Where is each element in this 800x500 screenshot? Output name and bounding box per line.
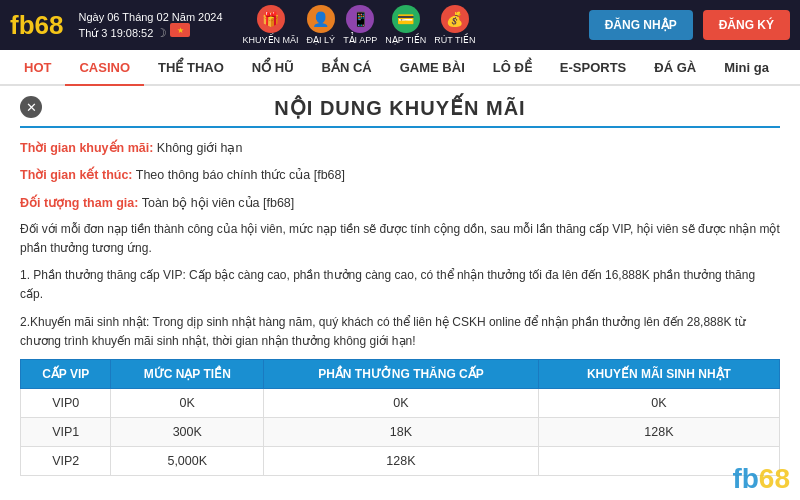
nav-item-ban-ca[interactable]: BẮN CÁ — [308, 50, 386, 86]
nav-item-da-ga[interactable]: ĐÁ GÀ — [640, 50, 710, 86]
label-end-time: Thời gian kết thúc: — [20, 168, 133, 182]
description1: Đối với mỗi đơn nạp tiền thành công của … — [20, 220, 780, 258]
header-icons: 🎁 KHUYẾN MÃI 👤 ĐẠI LÝ 📱 TẢI APP 💳 NẠP TI… — [243, 5, 476, 45]
table-cell: 128K — [264, 446, 539, 475]
table-cell: VIP1 — [21, 417, 111, 446]
date-line2: Thứ 3 19:08:52 ☽ — [78, 23, 222, 40]
navbar: HOT CASINO THỂ THAO NỔ HŨ BẮN CÁ GAME BÀ… — [0, 50, 800, 86]
table-cell: 300K — [111, 417, 264, 446]
nap-icon: 💳 — [392, 5, 420, 33]
logo: fb68 — [10, 10, 63, 41]
dai-ly-icon: 👤 — [307, 5, 335, 33]
header-date: Ngày 06 Tháng 02 Năm 2024 Thứ 3 19:08:52… — [78, 11, 222, 40]
nav-item-lo-de[interactable]: LÔ ĐỀ — [479, 50, 546, 86]
value-promo-time: Không giới hạn — [157, 141, 243, 155]
close-button[interactable]: ✕ — [20, 96, 42, 118]
watermark-fb: fb — [732, 463, 758, 494]
description3: 2.Khuyến mãi sinh nhật: Trong dịp sinh n… — [20, 313, 780, 351]
info-promo-time: Thời gian khuyến mãi: Không giới hạn — [20, 138, 780, 159]
table-cell: VIP0 — [21, 388, 111, 417]
section-title: NỘI DUNG KHUYẾN MÃI — [20, 96, 780, 128]
table-cell: 0K — [111, 388, 264, 417]
gift-icon: 🎁 — [257, 5, 285, 33]
table-cell: 0K — [264, 388, 539, 417]
value-target: Toàn bộ hội viên của [fb68] — [142, 196, 295, 210]
nap-tien-label: NẠP TIỀN — [385, 35, 426, 45]
logo-num: 68 — [35, 10, 64, 40]
nav-item-mini-ga[interactable]: Mini ga — [710, 50, 783, 86]
table-cell: VIP2 — [21, 446, 111, 475]
col-phan-thuong: PHẦN THƯỞNG THĂNG CẤP — [264, 359, 539, 388]
rut-tien-label: RÚT TIỀN — [434, 35, 475, 45]
col-khuyen-mai-sinh-nhat: KHUYẾN MÃI SINH NHẬT — [538, 359, 779, 388]
label-target: Đối tượng tham gia: — [20, 196, 138, 210]
date-line1: Ngày 06 Tháng 02 Năm 2024 — [78, 11, 222, 23]
table-row: VIP00K0K0K — [21, 388, 780, 417]
info-end-time: Thời gian kết thúc: Theo thông báo chính… — [20, 165, 780, 186]
rut-icon: 💰 — [441, 5, 469, 33]
table-cell: 128K — [538, 417, 779, 446]
description2: 1. Phần thưởng thăng cấp VIP: Cấp bậc cà… — [20, 266, 780, 304]
tai-app-label: TẢI APP — [343, 35, 377, 45]
col-muc-nap: MỨC NẠP TIỀN — [111, 359, 264, 388]
nap-tien-icon-btn[interactable]: 💳 NẠP TIỀN — [385, 5, 426, 45]
register-button[interactable]: ĐĂNG KÝ — [703, 10, 790, 40]
watermark-logo: fb68 — [732, 463, 790, 495]
table-row: VIP1300K18K128K — [21, 417, 780, 446]
table-cell: 0K — [538, 388, 779, 417]
table-cell: 18K — [264, 417, 539, 446]
logo-fb: fb — [10, 10, 35, 40]
info-target: Đối tượng tham gia: Toàn bộ hội viên của… — [20, 193, 780, 214]
flag-icon — [170, 27, 190, 39]
table-header-row: CẤP VIP MỨC NẠP TIỀN PHẦN THƯỞNG THĂNG C… — [21, 359, 780, 388]
nav-item-game-bai[interactable]: GAME BÀI — [386, 50, 479, 86]
tai-app-icon-btn[interactable]: 📱 TẢI APP — [343, 5, 377, 45]
promo-table: CẤP VIP MỨC NẠP TIỀN PHẦN THƯỞNG THĂNG C… — [20, 359, 780, 476]
app-icon: 📱 — [346, 5, 374, 33]
col-cap-vip: CẤP VIP — [21, 359, 111, 388]
nav-item-e-sports[interactable]: E-SPORTS — [546, 50, 640, 86]
nav-item-hot[interactable]: HOT — [10, 50, 65, 86]
table-row: VIP25,000K128K — [21, 446, 780, 475]
nav-item-the-thao[interactable]: THỂ THAO — [144, 50, 238, 86]
login-button[interactable]: ĐĂNG NHẬP — [589, 10, 693, 40]
dai-ly-label: ĐẠI LÝ — [307, 35, 336, 45]
table-cell: 5,000K — [111, 446, 264, 475]
rut-tien-icon-btn[interactable]: 💰 RÚT TIỀN — [434, 5, 475, 45]
watermark-num: 68 — [759, 463, 790, 494]
khuyen-mai-label: KHUYẾN MÃI — [243, 35, 299, 45]
nav-item-no-hu[interactable]: NỔ HŨ — [238, 50, 308, 86]
main-content: ✕ NỘI DUNG KHUYẾN MÃI Thời gian khuyến m… — [0, 86, 800, 500]
label-promo-time: Thời gian khuyến mãi: — [20, 141, 153, 155]
header: fb68 Ngày 06 Tháng 02 Năm 2024 Thứ 3 19:… — [0, 0, 800, 50]
dai-ly-icon-btn[interactable]: 👤 ĐẠI LÝ — [307, 5, 336, 45]
khuyen-mai-icon-btn[interactable]: 🎁 KHUYẾN MÃI — [243, 5, 299, 45]
value-end-time: Theo thông báo chính thức của [fb68] — [136, 168, 345, 182]
nav-item-casino[interactable]: CASINO — [65, 50, 144, 86]
moon-icon: ☽ — [156, 26, 167, 40]
